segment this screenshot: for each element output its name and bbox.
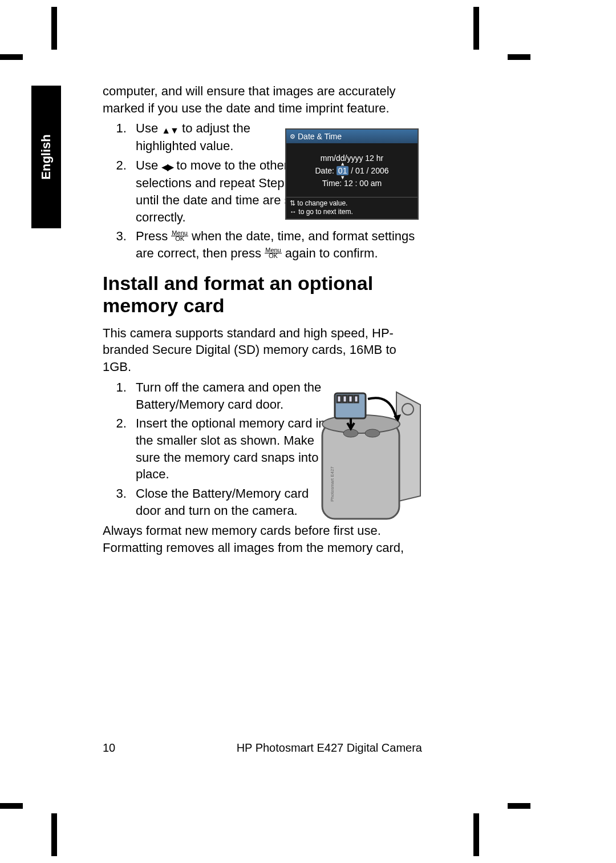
menu-ok-button-icon: MenuOK <box>265 248 282 259</box>
step-1: Use to adjust the highlighted value. <box>130 120 310 155</box>
page-number: 10 <box>103 741 115 755</box>
memcard-step-3: Close the Battery/Memory card door and t… <box>130 485 333 519</box>
date-time-screen: ⚙ Date & Time mm/dd/yyyy 12 hr Date: ▲01… <box>285 128 419 220</box>
section-heading: Install and format an optional memory ca… <box>103 272 422 317</box>
leftright-hint-icon: ↔ <box>290 208 297 216</box>
highlighted-value: ▲01▼ <box>337 166 349 175</box>
language-label: English <box>39 134 54 179</box>
camera-illustration: Photosmart E427 <box>311 388 422 525</box>
svg-rect-9 <box>354 396 358 402</box>
screen-title: Date & Time <box>298 132 342 141</box>
intro-continuation: computer, and will ensure that images ar… <box>103 83 422 116</box>
crop-mark <box>508 803 530 809</box>
screen-body: mm/dd/yyyy 12 hr Date: ▲01▼ / 01 / 2006 … <box>286 143 418 197</box>
crop-mark <box>508 54 530 60</box>
step-2: Use to move to the other selections and … <box>130 157 310 225</box>
svg-rect-6 <box>337 396 341 402</box>
up-down-arrows-icon <box>161 121 179 138</box>
crop-mark <box>0 803 23 809</box>
svg-text:Photosmart E427: Photosmart E427 <box>330 466 335 502</box>
time-row: Time: 12 : 00 am <box>291 179 413 188</box>
memcard-step-2: Insert the optional memory card in the s… <box>130 415 333 483</box>
tools-icon: ⚙ <box>290 133 295 140</box>
page-footer: 10 HP Photosmart E427 Digital Camera <box>103 741 422 755</box>
step-3: Press MenuOK when the date, time, and fo… <box>130 228 422 261</box>
svg-rect-7 <box>343 396 347 402</box>
date-row: Date: ▲01▼ / 01 / 2006 <box>291 166 413 175</box>
crop-mark <box>473 813 479 856</box>
svg-rect-8 <box>348 396 352 402</box>
footer-title: HP Photosmart E427 Digital Camera <box>237 741 422 755</box>
screen-footer: ⇅ to change value. ↔ to go to next item. <box>286 197 418 219</box>
menu-ok-button-icon: MenuOK <box>171 231 188 241</box>
format-row: mm/dd/yyyy 12 hr <box>291 154 413 163</box>
left-right-arrows-icon <box>161 158 173 175</box>
screen-title-bar: ⚙ Date & Time <box>286 130 418 143</box>
updown-hint-icon: ⇅ <box>290 199 295 207</box>
svg-point-4 <box>365 429 380 437</box>
crop-mark <box>473 7 479 50</box>
crop-mark <box>51 813 57 856</box>
language-tab: English <box>31 86 61 228</box>
memcard-step-1: Turn off the camera and open the Battery… <box>130 379 333 413</box>
memcard-intro: This camera supports standard and high s… <box>103 325 422 376</box>
crop-mark <box>51 7 57 50</box>
crop-mark <box>0 54 23 60</box>
memcard-outro: Always format new memory cards before fi… <box>103 522 422 556</box>
